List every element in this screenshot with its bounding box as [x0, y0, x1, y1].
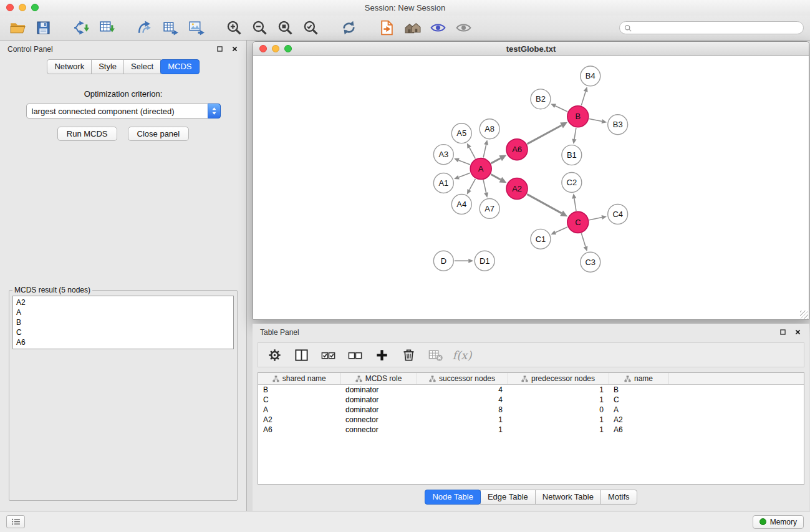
cell-MCDS-role[interactable]: connector [340, 415, 417, 425]
mcds-result-item[interactable]: C [14, 327, 233, 337]
cell-name[interactable]: A2 [609, 415, 668, 425]
tab-style[interactable]: Style [91, 59, 124, 74]
mcds-result-item[interactable]: A [14, 307, 233, 317]
visual-style-eye-button[interactable] [427, 18, 449, 38]
deselect-all-button[interactable] [344, 345, 366, 365]
zoom-out-button[interactable] [248, 18, 271, 38]
cell-MCDS-role[interactable]: dominator [340, 385, 417, 395]
cell-shared-name[interactable]: A2 [258, 415, 340, 425]
edge-C-C1[interactable] [551, 227, 567, 235]
close-table-panel-icon[interactable] [793, 328, 802, 337]
import-db-button[interactable] [375, 18, 398, 38]
float-table-panel-icon[interactable] [778, 328, 787, 337]
function-builder-button[interactable]: f(x) [451, 345, 473, 365]
graph-node-B[interactable]: B [567, 106, 589, 127]
column-header-name[interactable]: name [609, 373, 668, 385]
select-all-button[interactable] [317, 345, 339, 365]
close-window-button[interactable] [6, 4, 14, 11]
cell-name[interactable]: A6 [609, 425, 668, 435]
graph-node-B2[interactable]: B2 [531, 89, 551, 109]
graph-node-A8[interactable]: A8 [480, 119, 499, 139]
cell-shared-name[interactable]: A [258, 405, 340, 415]
edge-A-A7[interactable] [483, 180, 488, 198]
memory-button[interactable]: Memory [753, 515, 804, 529]
run-mcds-button[interactable]: Run MCDS [57, 127, 117, 141]
network-window-titlebar[interactable]: testGlobe.txt [253, 42, 809, 56]
gear-button[interactable] [263, 345, 286, 365]
search-input[interactable] [635, 22, 799, 34]
tab-select[interactable]: Select [123, 59, 161, 74]
graph-node-B3[interactable]: B3 [608, 115, 628, 135]
search-box[interactable] [619, 21, 804, 34]
cell-predecessor-nodes[interactable]: 1 [508, 395, 609, 405]
graph-node-A[interactable]: A [470, 158, 491, 180]
refresh-layout-button[interactable] [337, 18, 360, 38]
graph-node-A4[interactable]: A4 [451, 194, 471, 214]
delete-table-button[interactable] [424, 345, 446, 365]
zoom-window-button[interactable] [31, 4, 39, 11]
edge-A-A8[interactable] [483, 140, 488, 157]
tab-motifs[interactable]: Motifs [600, 490, 637, 505]
graph-node-A7[interactable]: A7 [480, 198, 499, 218]
edge-B-B1[interactable] [572, 128, 576, 144]
optimization-dropdown[interactable]: largest connected component (directed) [26, 104, 221, 118]
cell-MCDS-role[interactable]: dominator [340, 395, 417, 405]
network-zoom-button[interactable] [284, 45, 292, 52]
table-row[interactable]: Bdominator41B [258, 385, 804, 395]
import-table-button[interactable] [95, 18, 118, 38]
cell-successor-nodes[interactable]: 1 [417, 425, 508, 435]
cell-predecessor-nodes[interactable]: 1 [508, 385, 609, 395]
edge-A-A6[interactable] [491, 155, 506, 163]
graph-node-C2[interactable]: C2 [562, 173, 582, 193]
export-image-button[interactable] [185, 18, 207, 38]
table-row[interactable]: Cdominator41C [258, 395, 804, 405]
export-network-button[interactable] [133, 18, 156, 38]
tab-network[interactable]: Network [47, 59, 92, 74]
cell-successor-nodes[interactable]: 4 [417, 385, 508, 395]
cell-MCDS-role[interactable]: dominator [340, 405, 417, 415]
cell-shared-name[interactable]: A6 [258, 425, 340, 435]
edge-B-B4[interactable] [581, 87, 587, 105]
cell-name[interactable]: B [609, 385, 668, 395]
graph-node-D1[interactable]: D1 [475, 251, 494, 271]
cell-MCDS-role[interactable]: connector [340, 425, 417, 435]
graph-node-A1[interactable]: A1 [433, 173, 453, 193]
close-mcds-panel-button[interactable]: Close panel [128, 127, 190, 141]
column-header-predecessor-nodes[interactable]: predecessor nodes [508, 373, 609, 385]
column-header-shared-name[interactable]: shared name [258, 373, 340, 385]
open-session-button[interactable] [6, 18, 29, 38]
edge-D-D1[interactable] [455, 259, 473, 263]
table-row[interactable]: Adominator80A [258, 405, 804, 415]
edge-A-A2[interactable] [491, 174, 506, 183]
close-panel-icon[interactable] [230, 45, 239, 54]
edge-A-A4[interactable] [467, 179, 476, 195]
mcds-result-item[interactable]: B [14, 317, 233, 327]
graphics-details-eye-button[interactable] [452, 18, 475, 38]
tab-network-table[interactable]: Network Table [535, 490, 601, 505]
tab-node-table[interactable]: Node Table [425, 490, 481, 505]
graph-node-A6[interactable]: A6 [506, 139, 528, 160]
cell-shared-name[interactable]: B [258, 385, 340, 395]
column-header-MCDS-role[interactable]: MCDS role [340, 373, 417, 385]
edge-A-A3[interactable] [454, 158, 470, 165]
add-row-button[interactable] [370, 345, 393, 365]
cell-name[interactable]: A [609, 405, 668, 415]
mcds-result-list[interactable]: A2ABCA6 [12, 296, 234, 349]
edge-A-A5[interactable] [467, 143, 476, 158]
zoom-in-button[interactable] [223, 18, 245, 38]
edge-B-B3[interactable] [589, 118, 607, 123]
cell-successor-nodes[interactable]: 1 [417, 415, 508, 425]
graph-node-D[interactable]: D [433, 251, 453, 271]
graph-node-C1[interactable]: C1 [531, 229, 551, 249]
cell-shared-name[interactable]: C [258, 395, 340, 405]
edge-C-C3[interactable] [581, 233, 587, 251]
cell-predecessor-nodes[interactable]: 1 [508, 425, 609, 435]
edge-B-B2[interactable] [551, 104, 567, 112]
cell-name[interactable]: C [609, 395, 668, 405]
zoom-fit-button[interactable] [274, 18, 296, 38]
graph-node-A2[interactable]: A2 [506, 178, 528, 200]
graph-node-A3[interactable]: A3 [433, 145, 453, 165]
network-minimize-button[interactable] [272, 45, 279, 52]
resize-grip[interactable] [800, 311, 808, 319]
mcds-result-item[interactable]: A6 [14, 337, 233, 347]
